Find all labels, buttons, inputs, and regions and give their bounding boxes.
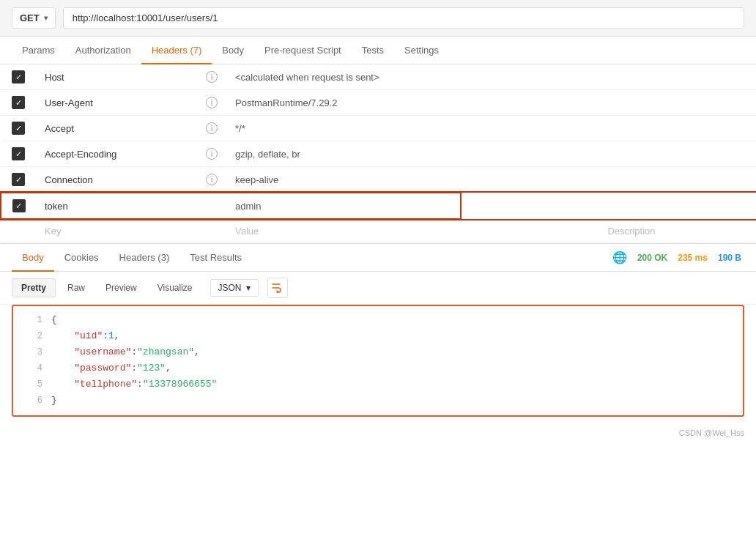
json-chevron-icon: ▾ (246, 283, 251, 293)
line-num-6: 6 (22, 393, 42, 408)
response-tab-headers[interactable]: Headers (3) (109, 245, 180, 272)
wrap-icon[interactable] (267, 278, 288, 298)
format-tabs: Pretty Raw Preview Visualize JSON ▾ (0, 272, 756, 305)
request-tabs-bar: Params Authorization Headers (7) Body Pr… (0, 37, 756, 64)
response-status: 🌐 200 OK 235 ms 190 B (612, 250, 744, 264)
tab-headers[interactable]: Headers (7) (141, 37, 212, 64)
line-num-3: 3 (22, 345, 42, 360)
checkbox-accept[interactable]: ✓ (12, 122, 25, 135)
response-tab-cookies[interactable]: Cookies (54, 245, 109, 272)
token-row: ✓ token admin (1, 193, 756, 219)
format-tab-raw[interactable]: Raw (59, 279, 94, 297)
status-ms: 235 ms (678, 253, 708, 263)
method-select[interactable]: GET ▾ (12, 7, 56, 29)
header-value-host: <calculated when request is sent> (226, 64, 461, 90)
checkbox-token[interactable]: ✓ (12, 199, 26, 212)
table-row: ✓ Host i <calculated when request is sen… (1, 64, 756, 90)
json-line-3: 3 "username": "zhangsan", (13, 344, 743, 360)
tab-pre-request-script[interactable]: Pre-request Script (254, 37, 352, 64)
table-row: ✓ Accept-Encoding i gzip, deflate, br (1, 141, 756, 167)
header-value-user-agent: PostmanRuntime/7.29.2 (226, 90, 461, 116)
header-key-connection: Connection (36, 167, 197, 193)
url-input[interactable] (63, 7, 744, 29)
tab-params[interactable]: Params (12, 37, 65, 64)
header-key-accept-encoding: Accept-Encoding (36, 141, 197, 167)
checkbox-accept-encoding[interactable]: ✓ (12, 147, 25, 160)
method-label: GET (20, 12, 40, 23)
header-key-token[interactable]: token (36, 193, 197, 219)
checkbox-connection[interactable]: ✓ (12, 173, 25, 186)
header-value-token[interactable]: admin (226, 193, 461, 219)
json-line-6: 6 } (13, 393, 743, 409)
status-b: 190 B (718, 253, 741, 263)
header-info-token (197, 193, 226, 219)
json-line-1: 1 { (13, 312, 743, 328)
tab-tests[interactable]: Tests (352, 37, 394, 64)
tab-body[interactable]: Body (212, 37, 254, 64)
json-line-5: 5 "tellphone": "13378966655" (13, 376, 743, 393)
table-row: ✓ Connection i keep-alive (1, 167, 756, 193)
response-tab-test-results[interactable]: Test Results (179, 245, 252, 272)
value-placeholder: Value (226, 219, 461, 243)
description-placeholder: Description (461, 219, 756, 243)
format-tab-visualize[interactable]: Visualize (149, 279, 201, 297)
table-row: ✓ Accept i */* (1, 116, 756, 141)
json-line-4: 4 "password": "123", (13, 360, 743, 376)
header-value-accept: */* (226, 116, 461, 141)
json-line-2: 2 "uid": 1, (13, 328, 743, 344)
header-value-accept-encoding: gzip, deflate, br (226, 141, 461, 167)
header-key-host: Host (36, 64, 197, 90)
info-icon: i (206, 71, 218, 83)
header-value-connection: keep-alive (226, 167, 461, 193)
url-bar: GET ▾ (0, 0, 756, 37)
checkbox-user-agent[interactable]: ✓ (12, 96, 25, 109)
info-icon: i (206, 122, 218, 134)
line-num-4: 4 (22, 361, 42, 376)
response-tab-body[interactable]: Body (12, 245, 54, 272)
response-tabs-bar: Body Cookies Headers (3) Test Results 🌐 … (0, 244, 756, 272)
checkbox-host[interactable]: ✓ (12, 70, 25, 83)
line-num-5: 5 (22, 377, 42, 392)
info-icon: i (206, 148, 218, 160)
header-key-accept: Accept (36, 116, 197, 141)
header-key-user-agent: User-Agent (36, 90, 197, 116)
json-format-label: JSON (218, 283, 242, 293)
info-icon: i (206, 97, 218, 108)
status-ok: 200 OK (637, 253, 667, 263)
tab-settings[interactable]: Settings (394, 37, 449, 64)
line-num-1: 1 (22, 313, 42, 327)
globe-icon: 🌐 (612, 250, 627, 264)
line-num-2: 2 (22, 329, 42, 344)
headers-table: ✓ Host i <calculated when request is sen… (0, 64, 756, 243)
format-tab-pretty[interactable]: Pretty (12, 278, 56, 297)
new-header-row: Key Value Description (1, 219, 756, 243)
table-row: ✓ User-Agent i PostmanRuntime/7.29.2 (1, 90, 756, 116)
tab-authorization[interactable]: Authorization (65, 37, 141, 64)
info-icon: i (206, 174, 218, 185)
key-placeholder[interactable]: Key (36, 219, 197, 243)
json-format-selector[interactable]: JSON ▾ (210, 279, 259, 297)
format-tab-preview[interactable]: Preview (97, 279, 146, 297)
watermark: CSDN @Wei_Hss (0, 426, 756, 440)
json-body: 1 { 2 "uid": 1, 3 "username": "zhangsan"… (12, 305, 744, 417)
chevron-down-icon: ▾ (44, 14, 48, 22)
